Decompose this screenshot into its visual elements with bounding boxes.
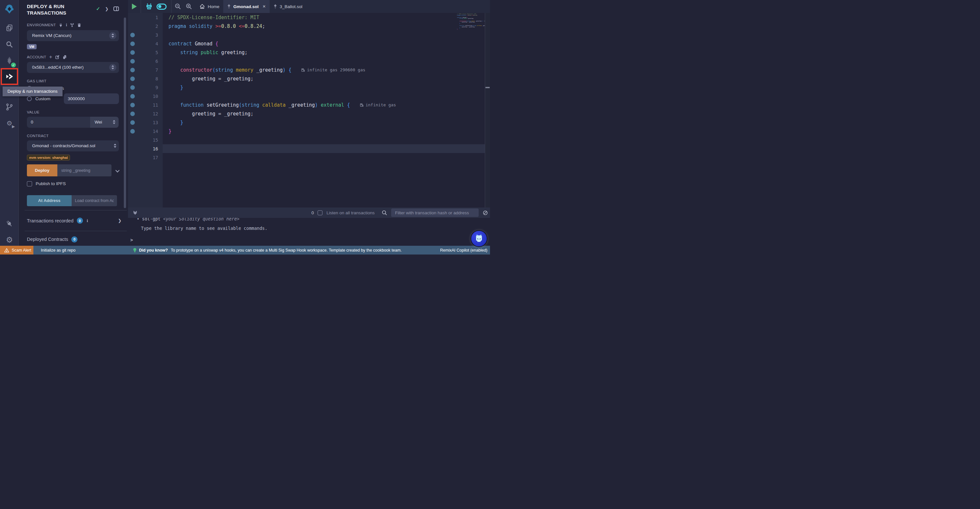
gutter-row[interactable]: 7 [128, 65, 163, 74]
search-icon[interactable] [0, 38, 19, 50]
code-line [163, 57, 485, 65]
zoom-in-icon[interactable] [186, 3, 192, 10]
home-icon [199, 3, 205, 10]
gutter-row[interactable]: 17 [128, 153, 163, 162]
select-arrows-icon [114, 144, 116, 148]
solidity-file-icon [274, 4, 277, 9]
gutter-row[interactable]: 12 [128, 109, 163, 118]
line-number: 17 [153, 155, 158, 160]
git-init-button[interactable]: Initialize as git repo [41, 248, 75, 252]
custom-gas-input[interactable] [64, 93, 119, 104]
at-address-button[interactable]: At Address [27, 195, 72, 206]
copy-account-icon[interactable] [62, 55, 67, 59]
line-number: 8 [156, 76, 158, 81]
gutter-row[interactable]: 4 [128, 39, 163, 48]
code-line: // SPDX-License-Identifier: MIT [163, 13, 485, 22]
account-select[interactable]: 0x5B3...eddC4 (100 ether) [27, 62, 119, 73]
value-input[interactable] [27, 117, 90, 128]
fork-environment-icon[interactable] [70, 23, 74, 27]
deploy-run-icon[interactable] [2, 69, 17, 84]
connect-plug-icon[interactable] [59, 23, 63, 27]
gutter-dot-icon [130, 41, 135, 46]
warning-icon [4, 248, 9, 252]
custom-gas-radio[interactable] [27, 96, 32, 101]
transactions-info-icon[interactable]: i [87, 218, 88, 223]
delete-state-icon[interactable] [77, 23, 81, 27]
value-unit-select[interactable]: Wei [90, 117, 119, 128]
gutter-row[interactable]: 2 [128, 22, 163, 30]
terminal-output[interactable]: • sol-gpt <your Solidity question here> … [128, 218, 490, 246]
chevron-right-icon[interactable]: ❯ [118, 218, 121, 223]
select-arrows-icon [109, 32, 116, 39]
gutter-dot-icon [130, 68, 135, 72]
terminal-search-icon[interactable] [382, 210, 387, 215]
gutter-row[interactable]: 11 [128, 101, 163, 109]
environment-info-icon[interactable]: i [66, 23, 67, 27]
gutter-row[interactable]: 16 [128, 144, 163, 153]
terminal-toolbar: 0 Listen on all transactions [128, 207, 490, 218]
panel-collapse-icon[interactable]: ❯ [105, 6, 108, 11]
publish-ipfs-option[interactable]: Publish to IPFS [27, 181, 119, 187]
tab-ballot[interactable]: 3_Ballot.sol [270, 0, 306, 13]
gutter-row[interactable]: 10 [128, 92, 163, 101]
gutter-row[interactable]: 6 [128, 57, 163, 65]
pin-panel-icon[interactable] [113, 6, 119, 11]
transactions-recorded-section[interactable]: Transactions recorded 0 i ❯ [19, 211, 128, 231]
panel-scrollbar[interactable] [124, 18, 126, 208]
terminal-collapse-icon[interactable] [134, 211, 137, 214]
transaction-filter-input[interactable] [391, 209, 479, 217]
code-line [163, 136, 485, 144]
code-line: } [163, 83, 485, 92]
run-script-button[interactable] [132, 3, 137, 10]
tab-gmonad[interactable]: Gmonad.sol ✕ [223, 0, 270, 13]
sign-message-icon[interactable] [55, 55, 60, 59]
add-account-icon[interactable]: + [49, 56, 52, 59]
gutter-row[interactable]: 9 [128, 83, 163, 92]
code-line: string public greeting; [163, 48, 485, 57]
clear-console-icon[interactable] [482, 210, 488, 215]
zoom-out-icon[interactable] [175, 3, 181, 10]
plugin-runner-icon[interactable]: ⚙ ▶ [0, 117, 19, 129]
environment-label: ENVIRONMENT i [27, 23, 119, 27]
gutter-row[interactable]: 13 [128, 118, 163, 127]
publish-ipfs-checkbox[interactable] [27, 181, 32, 187]
code-editor[interactable]: 1234567891011121314151617 // SPDX-Licens… [128, 13, 490, 207]
scrollbar-thumb[interactable] [485, 87, 490, 88]
settings-icon[interactable]: ⚙ [0, 234, 19, 246]
remix-ai-assistant-button[interactable] [471, 231, 487, 246]
file-explorer-icon[interactable] [0, 22, 19, 34]
gutter-row[interactable]: 1 [128, 13, 163, 22]
environment-select[interactable]: Remix VM (Cancun) [27, 30, 119, 41]
editor-gutter: 1234567891011121314151617 [128, 13, 163, 207]
terminal-line: Type the library name to see available c… [141, 226, 490, 231]
constructor-arg-input[interactable] [57, 164, 111, 176]
editor-scrollbar[interactable] [485, 13, 490, 207]
gutter-row[interactable]: 3 [128, 30, 163, 39]
code-line [163, 92, 485, 101]
plugin-manager-icon[interactable] [0, 218, 19, 230]
deployed-contracts-section[interactable]: Deployed Contracts 0 [19, 231, 128, 247]
line-number: 16 [153, 146, 158, 152]
minimap[interactable]: // SPDX-License-Identifier: MITpragma so… [457, 13, 485, 36]
listen-all-checkbox[interactable] [318, 211, 323, 215]
scam-alert-button[interactable]: Scam Alert [0, 246, 33, 254]
tab-home[interactable]: Home [196, 0, 223, 13]
git-icon[interactable] [0, 101, 19, 113]
contract-select[interactable]: Gmonad - contracts/Gmonad.sol [27, 140, 119, 152]
gutter-row[interactable]: 5 [128, 48, 163, 57]
remix-ide-window: ✓ ⚙ ▶ ⚙ DEPLOY & RUN TRANSACTIONS ✓ ❯ [0, 0, 490, 254]
solidity-compiler-icon[interactable]: ✓ [0, 54, 19, 66]
terminal-prompt[interactable]: > [130, 237, 490, 243]
close-tab-icon[interactable]: ✕ [262, 4, 266, 9]
at-address-input[interactable] [72, 195, 117, 206]
copilot-toggle[interactable] [156, 3, 167, 10]
ai-assistant-icon[interactable] [145, 3, 153, 10]
deploy-button[interactable]: Deploy [27, 164, 57, 176]
gutter-row[interactable]: 14 [128, 127, 163, 136]
gutter-row[interactable]: 8 [128, 74, 163, 83]
expand-constructor-icon[interactable] [115, 168, 119, 172]
gutter-row[interactable]: 15 [128, 136, 163, 144]
copilot-status[interactable]: RemixAI Copilot (enabled) [440, 248, 490, 252]
custom-gas-option[interactable]: Custom [27, 96, 64, 101]
remix-logo-icon[interactable] [0, 3, 19, 15]
